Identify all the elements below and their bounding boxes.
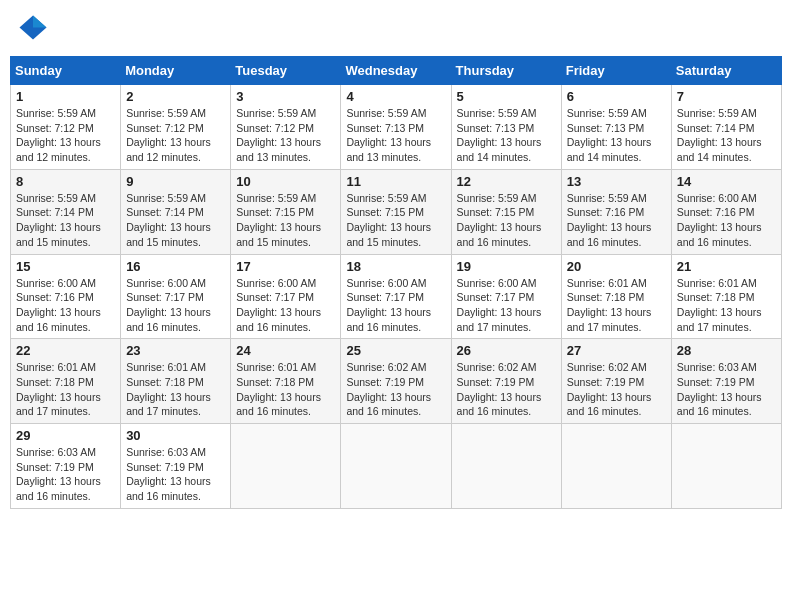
logo-icon bbox=[18, 14, 48, 44]
day-number: 25 bbox=[346, 343, 445, 358]
day-number: 17 bbox=[236, 259, 335, 274]
day-number: 24 bbox=[236, 343, 335, 358]
calendar-cell: 20 Sunrise: 6:01 AM Sunset: 7:18 PM Dayl… bbox=[561, 254, 671, 339]
day-number: 6 bbox=[567, 89, 666, 104]
day-number: 29 bbox=[16, 428, 115, 443]
day-info: Sunrise: 5:59 AM Sunset: 7:13 PM Dayligh… bbox=[346, 106, 445, 165]
calendar-cell: 3 Sunrise: 5:59 AM Sunset: 7:12 PM Dayli… bbox=[231, 85, 341, 170]
week-row-3: 15 Sunrise: 6:00 AM Sunset: 7:16 PM Dayl… bbox=[11, 254, 782, 339]
calendar-cell: 19 Sunrise: 6:00 AM Sunset: 7:17 PM Dayl… bbox=[451, 254, 561, 339]
calendar-cell: 16 Sunrise: 6:00 AM Sunset: 7:17 PM Dayl… bbox=[121, 254, 231, 339]
day-info: Sunrise: 5:59 AM Sunset: 7:13 PM Dayligh… bbox=[567, 106, 666, 165]
day-info: Sunrise: 6:01 AM Sunset: 7:18 PM Dayligh… bbox=[16, 360, 115, 419]
day-number: 2 bbox=[126, 89, 225, 104]
day-info: Sunrise: 6:00 AM Sunset: 7:17 PM Dayligh… bbox=[457, 276, 556, 335]
calendar-cell: 12 Sunrise: 5:59 AM Sunset: 7:15 PM Dayl… bbox=[451, 169, 561, 254]
day-info: Sunrise: 5:59 AM Sunset: 7:14 PM Dayligh… bbox=[677, 106, 776, 165]
calendar-cell: 1 Sunrise: 5:59 AM Sunset: 7:12 PM Dayli… bbox=[11, 85, 121, 170]
column-header-tuesday: Tuesday bbox=[231, 57, 341, 85]
calendar-cell: 15 Sunrise: 6:00 AM Sunset: 7:16 PM Dayl… bbox=[11, 254, 121, 339]
calendar-cell bbox=[231, 424, 341, 509]
day-info: Sunrise: 5:59 AM Sunset: 7:14 PM Dayligh… bbox=[126, 191, 225, 250]
day-info: Sunrise: 6:01 AM Sunset: 7:18 PM Dayligh… bbox=[236, 360, 335, 419]
column-header-friday: Friday bbox=[561, 57, 671, 85]
day-number: 7 bbox=[677, 89, 776, 104]
day-number: 19 bbox=[457, 259, 556, 274]
day-info: Sunrise: 5:59 AM Sunset: 7:12 PM Dayligh… bbox=[236, 106, 335, 165]
day-number: 21 bbox=[677, 259, 776, 274]
day-number: 3 bbox=[236, 89, 335, 104]
day-info: Sunrise: 6:00 AM Sunset: 7:17 PM Dayligh… bbox=[236, 276, 335, 335]
calendar-cell: 24 Sunrise: 6:01 AM Sunset: 7:18 PM Dayl… bbox=[231, 339, 341, 424]
day-number: 4 bbox=[346, 89, 445, 104]
calendar-cell: 26 Sunrise: 6:02 AM Sunset: 7:19 PM Dayl… bbox=[451, 339, 561, 424]
calendar-table: SundayMondayTuesdayWednesdayThursdayFrid… bbox=[10, 56, 782, 509]
calendar-cell: 7 Sunrise: 5:59 AM Sunset: 7:14 PM Dayli… bbox=[671, 85, 781, 170]
day-info: Sunrise: 5:59 AM Sunset: 7:15 PM Dayligh… bbox=[236, 191, 335, 250]
calendar-cell bbox=[561, 424, 671, 509]
day-info: Sunrise: 6:01 AM Sunset: 7:18 PM Dayligh… bbox=[677, 276, 776, 335]
day-number: 30 bbox=[126, 428, 225, 443]
header-row: SundayMondayTuesdayWednesdayThursdayFrid… bbox=[11, 57, 782, 85]
calendar-cell: 30 Sunrise: 6:03 AM Sunset: 7:19 PM Dayl… bbox=[121, 424, 231, 509]
header bbox=[10, 10, 782, 48]
day-number: 16 bbox=[126, 259, 225, 274]
calendar-cell: 23 Sunrise: 6:01 AM Sunset: 7:18 PM Dayl… bbox=[121, 339, 231, 424]
day-number: 18 bbox=[346, 259, 445, 274]
day-info: Sunrise: 5:59 AM Sunset: 7:13 PM Dayligh… bbox=[457, 106, 556, 165]
day-number: 1 bbox=[16, 89, 115, 104]
column-header-sunday: Sunday bbox=[11, 57, 121, 85]
calendar-cell: 4 Sunrise: 5:59 AM Sunset: 7:13 PM Dayli… bbox=[341, 85, 451, 170]
day-info: Sunrise: 6:03 AM Sunset: 7:19 PM Dayligh… bbox=[126, 445, 225, 504]
calendar-cell bbox=[671, 424, 781, 509]
day-info: Sunrise: 5:59 AM Sunset: 7:15 PM Dayligh… bbox=[346, 191, 445, 250]
day-info: Sunrise: 6:00 AM Sunset: 7:16 PM Dayligh… bbox=[677, 191, 776, 250]
day-info: Sunrise: 5:59 AM Sunset: 7:12 PM Dayligh… bbox=[16, 106, 115, 165]
calendar-cell: 27 Sunrise: 6:02 AM Sunset: 7:19 PM Dayl… bbox=[561, 339, 671, 424]
calendar-cell: 2 Sunrise: 5:59 AM Sunset: 7:12 PM Dayli… bbox=[121, 85, 231, 170]
day-number: 27 bbox=[567, 343, 666, 358]
day-info: Sunrise: 5:59 AM Sunset: 7:16 PM Dayligh… bbox=[567, 191, 666, 250]
day-info: Sunrise: 6:00 AM Sunset: 7:17 PM Dayligh… bbox=[126, 276, 225, 335]
day-number: 5 bbox=[457, 89, 556, 104]
day-info: Sunrise: 6:01 AM Sunset: 7:18 PM Dayligh… bbox=[126, 360, 225, 419]
day-number: 15 bbox=[16, 259, 115, 274]
day-info: Sunrise: 5:59 AM Sunset: 7:14 PM Dayligh… bbox=[16, 191, 115, 250]
svg-marker-1 bbox=[33, 16, 47, 28]
calendar-cell: 6 Sunrise: 5:59 AM Sunset: 7:13 PM Dayli… bbox=[561, 85, 671, 170]
day-info: Sunrise: 6:02 AM Sunset: 7:19 PM Dayligh… bbox=[346, 360, 445, 419]
calendar-cell: 25 Sunrise: 6:02 AM Sunset: 7:19 PM Dayl… bbox=[341, 339, 451, 424]
day-number: 10 bbox=[236, 174, 335, 189]
calendar-cell: 18 Sunrise: 6:00 AM Sunset: 7:17 PM Dayl… bbox=[341, 254, 451, 339]
calendar-cell: 28 Sunrise: 6:03 AM Sunset: 7:19 PM Dayl… bbox=[671, 339, 781, 424]
day-number: 9 bbox=[126, 174, 225, 189]
week-row-5: 29 Sunrise: 6:03 AM Sunset: 7:19 PM Dayl… bbox=[11, 424, 782, 509]
logo bbox=[18, 14, 52, 44]
day-number: 23 bbox=[126, 343, 225, 358]
calendar-cell: 17 Sunrise: 6:00 AM Sunset: 7:17 PM Dayl… bbox=[231, 254, 341, 339]
column-header-thursday: Thursday bbox=[451, 57, 561, 85]
column-header-saturday: Saturday bbox=[671, 57, 781, 85]
day-info: Sunrise: 5:59 AM Sunset: 7:12 PM Dayligh… bbox=[126, 106, 225, 165]
day-number: 28 bbox=[677, 343, 776, 358]
calendar-cell: 8 Sunrise: 5:59 AM Sunset: 7:14 PM Dayli… bbox=[11, 169, 121, 254]
calendar-cell: 5 Sunrise: 5:59 AM Sunset: 7:13 PM Dayli… bbox=[451, 85, 561, 170]
day-info: Sunrise: 6:00 AM Sunset: 7:17 PM Dayligh… bbox=[346, 276, 445, 335]
day-info: Sunrise: 6:02 AM Sunset: 7:19 PM Dayligh… bbox=[457, 360, 556, 419]
calendar-cell bbox=[451, 424, 561, 509]
calendar-cell: 14 Sunrise: 6:00 AM Sunset: 7:16 PM Dayl… bbox=[671, 169, 781, 254]
day-number: 11 bbox=[346, 174, 445, 189]
day-number: 20 bbox=[567, 259, 666, 274]
calendar-cell: 9 Sunrise: 5:59 AM Sunset: 7:14 PM Dayli… bbox=[121, 169, 231, 254]
calendar-cell bbox=[341, 424, 451, 509]
day-info: Sunrise: 6:03 AM Sunset: 7:19 PM Dayligh… bbox=[16, 445, 115, 504]
week-row-4: 22 Sunrise: 6:01 AM Sunset: 7:18 PM Dayl… bbox=[11, 339, 782, 424]
day-number: 26 bbox=[457, 343, 556, 358]
calendar-cell: 29 Sunrise: 6:03 AM Sunset: 7:19 PM Dayl… bbox=[11, 424, 121, 509]
day-info: Sunrise: 6:02 AM Sunset: 7:19 PM Dayligh… bbox=[567, 360, 666, 419]
column-header-monday: Monday bbox=[121, 57, 231, 85]
calendar-cell: 22 Sunrise: 6:01 AM Sunset: 7:18 PM Dayl… bbox=[11, 339, 121, 424]
column-header-wednesday: Wednesday bbox=[341, 57, 451, 85]
day-info: Sunrise: 6:01 AM Sunset: 7:18 PM Dayligh… bbox=[567, 276, 666, 335]
calendar-cell: 10 Sunrise: 5:59 AM Sunset: 7:15 PM Dayl… bbox=[231, 169, 341, 254]
